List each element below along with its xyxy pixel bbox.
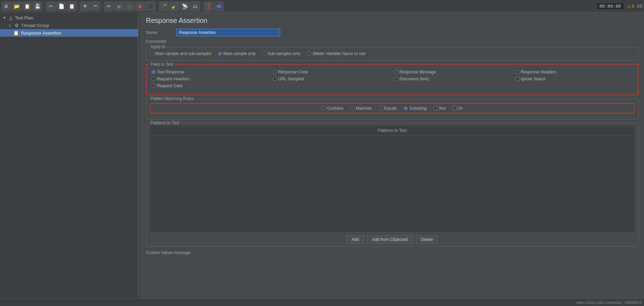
field-document-text-label: Document (text): [399, 76, 429, 81]
field-ignore-status-label: Ignore Status: [521, 76, 545, 81]
field-response-code-label: Response Code: [278, 70, 308, 74]
field-request-headers[interactable]: Request Headers: [151, 76, 269, 81]
name-input[interactable]: [176, 29, 280, 36]
arrow-icon: ▼: [3, 16, 6, 20]
pattern-rules-inner: Contains Matches Equals Substring Not: [150, 103, 635, 114]
apply-main-only[interactable]: Main sample only: [218, 51, 256, 56]
field-url-sampled[interactable]: URL Sampled: [273, 76, 391, 81]
radio-circle: [379, 106, 383, 110]
warning-icon: ⚠: [627, 4, 631, 9]
copy-button[interactable]: 📄: [56, 1, 66, 11]
sidebar-item-test-plan[interactable]: ▼ △ Test Plan: [0, 14, 138, 21]
help-button[interactable]: ❓: [204, 1, 213, 11]
sidebar-item-thread-group[interactable]: ▷ ⚙ Thread Group: [0, 21, 138, 29]
sidebar: ▼ △ Test Plan ▷ ⚙ Thread Group 📋 Respons…: [0, 12, 138, 298]
open-button[interactable]: 📂: [12, 1, 21, 11]
field-ignore-status[interactable]: Ignore Status: [515, 76, 633, 81]
broom-button[interactable]: 🧹: [169, 1, 179, 11]
main-layout: ▼ △ Test Plan ▷ ⚙ Thread Group 📋 Respons…: [0, 12, 644, 298]
apply-sub-only[interactable]: Sub-samples only: [262, 51, 300, 56]
patterns-table-container: Patterns to Test: [150, 126, 635, 232]
radio-circle: [151, 77, 156, 81]
toolbar: 🖥 📂 📋 💾 ✂ 📄 📋 + − ✏ ▶ ▷ ⏹ ⬛ 💣 🧹 📡 🗂 ❓ 🎆 …: [0, 0, 644, 12]
timer-display: 00:00:00: [596, 2, 624, 10]
sidebar-item-response-assertion[interactable]: 📋 Response Assertion: [0, 29, 138, 37]
field-request-data-label: Request Data: [157, 83, 182, 88]
patterns-to-test-group: Patterns to Test Patterns to Test: [146, 123, 638, 247]
empty-cell-3: [515, 83, 633, 88]
save-as-button[interactable]: 📋: [22, 1, 32, 11]
add-button[interactable]: +: [80, 1, 90, 11]
apply-main-only-label: Main sample only: [223, 51, 256, 56]
patterns-table-header: Patterns to Test: [150, 126, 635, 135]
remove-button[interactable]: −: [91, 1, 100, 11]
templates-button[interactable]: 🗂: [190, 1, 200, 11]
action-buttons: Add Add from Clipboard Delete: [150, 232, 635, 246]
field-response-code[interactable]: Response Code: [273, 70, 391, 74]
radio-circle: [350, 106, 355, 110]
checkbox-box: [434, 106, 438, 110]
rule-matches[interactable]: Matches: [350, 106, 371, 111]
shutdown-button[interactable]: ⬛: [146, 1, 155, 11]
sidebar-label: Test Plan: [15, 15, 33, 20]
remote-start-button[interactable]: 📡: [180, 1, 190, 11]
sidebar-label: Thread Group: [21, 23, 49, 28]
test-plan-icon: △: [9, 15, 13, 20]
add-from-clipboard-button[interactable]: Add from Clipboard: [367, 235, 413, 244]
paste-button[interactable]: 📋: [67, 1, 76, 11]
empty-cell-2: [394, 83, 512, 88]
bomb-button[interactable]: 💣: [159, 1, 169, 11]
rule-not-label: Not: [439, 106, 446, 111]
radio-circle: [273, 77, 277, 81]
field-document-text[interactable]: Document (text): [394, 76, 512, 81]
delete-pattern-button[interactable]: Delete: [416, 235, 438, 244]
run-button[interactable]: ▶: [114, 1, 124, 11]
fireworks-button[interactable]: 🎆: [214, 1, 224, 11]
field-request-headers-label: Request Headers: [157, 76, 189, 81]
rule-substring[interactable]: Substring: [404, 106, 427, 111]
field-response-message[interactable]: Response Message: [394, 70, 512, 74]
field-to-test-title: Field to Test: [149, 62, 174, 67]
toolbar-right: 00:00:00 ⚠ 0 0/0: [596, 2, 643, 10]
checkbox-box: [453, 106, 457, 110]
radio-circle: [218, 52, 222, 56]
field-request-data[interactable]: Request Data: [151, 83, 269, 88]
field-to-test-group: Field to Test Text Response Response Cod…: [146, 64, 638, 95]
field-response-headers[interactable]: Response Headers: [515, 70, 633, 74]
field-url-sampled-label: URL Sampled: [278, 76, 304, 81]
field-text-response[interactable]: Text Response: [151, 70, 269, 74]
radio-circle: [262, 52, 266, 56]
error-count: 0/0: [637, 4, 643, 9]
apply-main-sub-label: Main sample and sub-samples: [155, 51, 212, 56]
rule-or[interactable]: Or: [453, 106, 463, 111]
stop-button[interactable]: ⏹: [135, 1, 145, 11]
rule-equals-label: Equals: [384, 106, 397, 111]
field-response-message-label: Response Message: [399, 70, 436, 74]
new-button[interactable]: 🖥: [1, 1, 11, 11]
thread-group-icon: ⚙: [15, 22, 19, 28]
apply-main-sub[interactable]: Main sample and sub-samples: [150, 51, 212, 56]
field-response-headers-label: Response Headers: [521, 70, 556, 74]
separator-1: [44, 2, 44, 10]
cut-button[interactable]: ✂: [46, 1, 56, 11]
rule-not[interactable]: Not: [434, 106, 446, 111]
rule-or-label: Or: [458, 106, 463, 111]
save-button[interactable]: 💾: [33, 1, 42, 11]
patterns-table: Patterns to Test: [150, 126, 635, 232]
rule-matches-label: Matches: [356, 106, 371, 111]
apply-jmeter-var[interactable]: JMeter Variable Name to use: [307, 51, 366, 56]
empty-row: [150, 135, 635, 232]
comments-row: Comments:: [146, 39, 638, 44]
empty-cell-1: [273, 83, 391, 88]
separator-4: [157, 2, 157, 10]
radio-circle: [307, 52, 311, 56]
status-bar: https://blog.csdn.net/weixin_29804623: [0, 298, 644, 306]
rule-equals[interactable]: Equals: [379, 106, 397, 111]
arrow-icon: ▷: [9, 24, 12, 27]
comments-label: Comments:: [146, 39, 174, 44]
add-pattern-button[interactable]: Add: [346, 235, 364, 244]
rule-contains[interactable]: Contains: [322, 106, 343, 111]
run-no-pause-button[interactable]: ▷: [125, 1, 135, 11]
apply-to-group: Apply to Main sample and sub-samples Mai…: [146, 47, 638, 61]
clear-all-button[interactable]: ✏: [104, 1, 114, 11]
